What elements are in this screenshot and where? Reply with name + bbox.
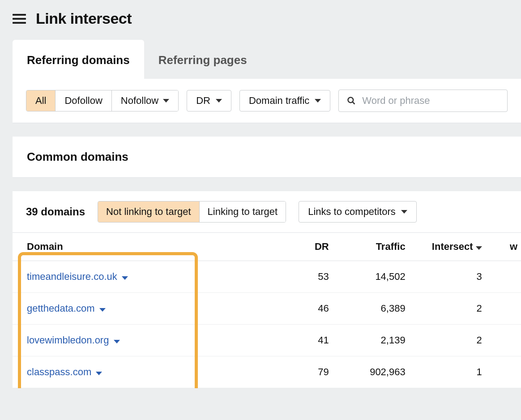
table-row: timeandleisure.co.uk 5314,5023 [13,261,521,293]
domain-link[interactable]: lovewimbledon.org [27,334,109,346]
cell-w [488,356,521,388]
cell-w [488,325,521,356]
filter-all[interactable]: All [26,90,56,111]
svg-line-1 [353,102,355,104]
cell-traffic: 902,963 [335,356,412,388]
filter-nofollow[interactable]: Nofollow [112,90,178,111]
th-dr[interactable]: DR [281,233,335,261]
domains-table: Domain DR Traffic Intersect w timeandlei… [13,233,521,388]
search-icon [347,96,356,105]
domain-link[interactable]: classpass.com [27,366,91,377]
filter-links-to-competitors[interactable]: Links to competitors [299,201,417,223]
domain-toolbar: 39 domains Not linking to target Linking… [13,191,521,233]
cell-w [488,261,521,293]
tab-referring-domains[interactable]: Referring domains [13,40,144,79]
cell-dr: 79 [281,356,335,388]
th-intersect[interactable]: Intersect [412,233,488,261]
cell-intersect: 2 [412,325,488,356]
cell-intersect: 3 [412,261,488,293]
caret-down-icon [216,99,222,103]
filter-domain-traffic[interactable]: Domain traffic [239,90,330,111]
caret-down-icon[interactable] [96,372,102,375]
cell-traffic: 6,389 [335,293,412,325]
caret-down-icon[interactable] [122,276,128,280]
cell-traffic: 2,139 [335,325,412,356]
th-w[interactable]: w [488,233,521,261]
cell-intersect: 2 [412,293,488,325]
toggle-linking[interactable]: Linking to target [200,201,286,222]
tabs: Referring domains Referring pages [13,40,521,79]
table-row: getthedata.com 466,3892 [13,293,521,325]
filter-dofollow[interactable]: Dofollow [56,90,111,111]
hamburger-menu[interactable] [13,14,26,24]
follow-filter-group: All Dofollow Nofollow [26,90,179,111]
domain-link[interactable]: timeandleisure.co.uk [27,271,117,282]
domain-count: 39 domains [26,206,85,218]
th-domain[interactable]: Domain [13,233,281,261]
search-input[interactable] [361,94,499,107]
caret-down-icon [315,99,321,103]
caret-down-icon[interactable] [114,340,120,343]
toggle-not-linking[interactable]: Not linking to target [98,201,200,222]
linking-toggle-group: Not linking to target Linking to target [98,201,286,223]
cell-dr: 53 [281,261,335,293]
caret-down-icon [163,99,169,103]
tab-referring-pages[interactable]: Referring pages [144,40,261,79]
caret-down-icon [401,210,407,214]
section-title-common-domains: Common domains [13,137,521,178]
svg-point-0 [348,98,354,103]
caret-down-icon [476,246,482,250]
page-title: Link intersect [36,10,132,27]
caret-down-icon[interactable] [99,308,106,312]
table-row: lovewimbledon.org 412,1392 [13,325,521,356]
cell-dr: 41 [281,325,335,356]
filter-dr[interactable]: DR [187,90,231,111]
cell-w [488,293,521,325]
domain-link[interactable]: getthedata.com [27,303,95,314]
th-traffic[interactable]: Traffic [335,233,412,261]
cell-traffic: 14,502 [335,261,412,293]
table-row: classpass.com 79902,9631 [13,356,521,388]
cell-intersect: 1 [412,356,488,388]
search-box[interactable] [338,90,508,112]
filter-bar: All Dofollow Nofollow DR Domain traffic [13,79,521,123]
cell-dr: 46 [281,293,335,325]
